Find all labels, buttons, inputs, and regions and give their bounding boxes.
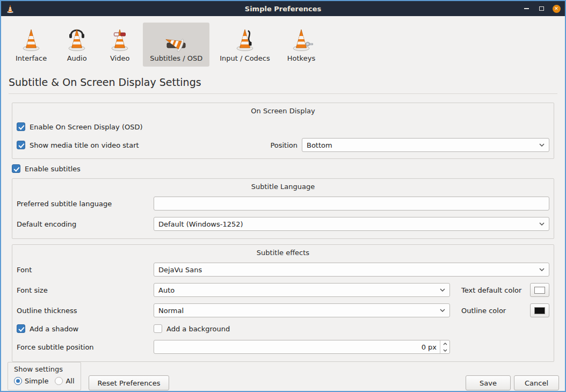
- chevron-down-icon: [539, 222, 545, 226]
- video-icon: [107, 26, 133, 52]
- outline-color-button[interactable]: [530, 303, 549, 317]
- default-encoding-value: Default (Windows-1252): [158, 220, 535, 228]
- window-title: Simple Preferences: [245, 5, 321, 13]
- enable-osd-label: Enable On Screen Display (OSD): [30, 123, 143, 131]
- osd-group-title: On Screen Display: [17, 105, 549, 118]
- toolbar-item-interface[interactable]: Interface: [9, 23, 54, 67]
- spinner-buttons: [440, 340, 449, 353]
- outline-color-label: Outline color: [461, 307, 506, 315]
- chevron-down-icon: [539, 268, 545, 271]
- enable-subtitles-label: Enable subtitles: [25, 165, 81, 173]
- add-background-label: Add a background: [166, 325, 230, 333]
- add-shadow-checkbox-row[interactable]: Add a shadow: [17, 324, 154, 333]
- toolbar-item-label: Interface: [16, 54, 47, 62]
- footer: Show settings Simple All Reset Preferenc…: [1, 362, 565, 392]
- chevron-down-icon: [440, 309, 445, 312]
- toolbar-item-label: Video: [110, 54, 129, 62]
- toolbar-item-label: Hotkeys: [287, 54, 315, 62]
- show-media-title-checkbox[interactable]: [17, 141, 25, 149]
- text-color-swatch: [534, 287, 545, 294]
- radio-simple-control[interactable]: [14, 377, 22, 385]
- enable-subtitles-checkbox[interactable]: [12, 164, 20, 173]
- font-dropdown[interactable]: DejaVu Sans: [154, 263, 549, 277]
- maximize-button[interactable]: [537, 4, 546, 13]
- default-encoding-dropdown[interactable]: Default (Windows-1252): [154, 217, 549, 231]
- spin-up-icon[interactable]: [440, 340, 449, 347]
- toolbar-item-input-codecs[interactable]: Input / Codecs: [213, 23, 277, 67]
- outline-thickness-value: Normal: [158, 307, 436, 315]
- radio-all[interactable]: All: [55, 377, 74, 385]
- force-subtitle-position-value: 0 px: [154, 340, 440, 353]
- save-button[interactable]: Save: [466, 375, 511, 390]
- radio-simple-label: Simple: [25, 377, 48, 385]
- minimize-button[interactable]: [522, 4, 531, 13]
- input-codecs-icon: [232, 26, 258, 52]
- add-shadow-checkbox[interactable]: [17, 324, 25, 333]
- chevron-down-icon: [539, 143, 545, 147]
- font-size-dropdown[interactable]: Auto: [154, 283, 450, 297]
- add-shadow-label: Add a shadow: [30, 325, 78, 333]
- radio-all-label: All: [66, 377, 74, 385]
- radio-simple[interactable]: Simple: [14, 377, 48, 385]
- cancel-button[interactable]: Cancel: [514, 375, 559, 390]
- force-subtitle-position-label: Force subtitle position: [17, 343, 154, 351]
- position-label: Position: [270, 141, 297, 149]
- text-default-color-label: Text default color: [461, 286, 521, 294]
- radio-all-control[interactable]: [55, 377, 63, 385]
- enable-osd-checkbox-row[interactable]: Enable On Screen Display (OSD): [17, 122, 143, 131]
- reset-preferences-button[interactable]: Reset Preferences: [89, 375, 170, 390]
- chevron-down-icon: [440, 288, 445, 292]
- category-toolbar: Interface Audio Video Subtitl: [1, 16, 565, 69]
- subtitles-osd-icon: [163, 26, 189, 52]
- position-dropdown[interactable]: Bottom: [302, 138, 549, 152]
- add-background-checkbox-row[interactable]: Add a background: [154, 324, 230, 333]
- subtitle-effects-group-title: Subtitle effects: [17, 247, 549, 259]
- subtitle-effects-groupbox: Subtitle effects Font DejaVu Sans Font s…: [12, 244, 554, 362]
- close-button[interactable]: ✕: [552, 4, 561, 13]
- osd-groupbox: On Screen Display Enable On Screen Displ…: [12, 103, 554, 159]
- show-media-title-label: Show media title on video start: [30, 141, 139, 149]
- preferences-window: Simple Preferences ✕ Interface Audio: [0, 0, 566, 392]
- titlebar: Simple Preferences ✕: [1, 1, 565, 16]
- outline-thickness-dropdown[interactable]: Normal: [154, 303, 450, 317]
- outline-color-swatch: [534, 307, 545, 314]
- audio-icon: [64, 26, 90, 52]
- toolbar-item-audio[interactable]: Audio: [57, 23, 97, 67]
- window-controls: ✕: [522, 4, 561, 13]
- preferred-language-label: Preferred subtitle language: [17, 200, 154, 208]
- font-value: DejaVu Sans: [158, 266, 535, 274]
- toolbar-item-subtitles-osd[interactable]: Subtitles / OSD: [143, 23, 209, 67]
- interface-icon: [18, 26, 44, 52]
- force-subtitle-position-spinner[interactable]: 0 px: [154, 340, 450, 354]
- toolbar-item-label: Subtitles / OSD: [150, 54, 202, 62]
- position-value: Bottom: [307, 141, 535, 149]
- show-settings-groupbox: Show settings Simple All: [8, 362, 81, 390]
- vlc-cone-icon: [5, 4, 15, 13]
- page-head: Subtitle & On Screen Display Settings: [9, 76, 557, 94]
- spin-down-icon[interactable]: [440, 347, 449, 353]
- enable-subtitles-checkbox-row[interactable]: Enable subtitles: [12, 164, 554, 173]
- toolbar-item-hotkeys[interactable]: Hotkeys: [280, 23, 322, 67]
- toolbar-item-label: Audio: [67, 54, 87, 62]
- toolbar-item-video[interactable]: Video: [100, 23, 140, 67]
- hotkeys-icon: [288, 26, 314, 52]
- subtitle-language-group-title: Subtitle Language: [17, 181, 549, 193]
- font-label: Font: [17, 266, 154, 274]
- add-background-checkbox[interactable]: [154, 324, 162, 333]
- default-encoding-label: Default encoding: [17, 220, 154, 228]
- outline-thickness-label: Outline thickness: [17, 307, 154, 315]
- page-title: Subtitle & On Screen Display Settings: [9, 76, 557, 88]
- text-default-color-button[interactable]: [530, 283, 549, 297]
- font-size-label: Font size: [17, 286, 154, 294]
- font-size-value: Auto: [158, 286, 436, 294]
- subtitle-language-groupbox: Subtitle Language Preferred subtitle lan…: [12, 178, 554, 239]
- toolbar-item-label: Input / Codecs: [220, 54, 270, 62]
- show-settings-title: Show settings: [14, 365, 75, 373]
- enable-osd-checkbox[interactable]: [17, 122, 25, 131]
- preferred-language-input[interactable]: [154, 197, 549, 210]
- show-media-title-checkbox-row[interactable]: Show media title on video start: [17, 141, 270, 149]
